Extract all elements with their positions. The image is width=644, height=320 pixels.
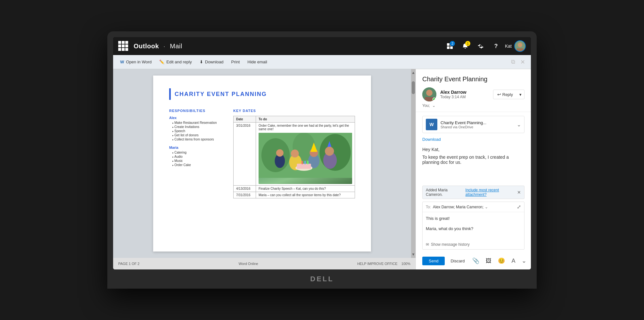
reply-dropdown-btn[interactable]: ▾ xyxy=(517,90,524,99)
format-text-btn[interactable]: A xyxy=(509,256,517,266)
doc-scroll-area[interactable]: CHARITY EVENT PLANNING RESPONSIBILTIES xyxy=(113,69,411,258)
reply-footer: Send Discard 📎 🖼 😊 A ⌄ xyxy=(416,253,531,269)
open-in-word-btn[interactable]: W Open in Word xyxy=(117,58,155,66)
email-header: Charity Event Planning xyxy=(416,69,531,112)
attach-file-btn[interactable]: 📎 xyxy=(470,256,481,266)
main-area: W Open in Word ✏️ Edit and reply ⬇ Downl… xyxy=(113,55,531,269)
doc-responsibilities: RESPONSIBILTIES Alex Make Restaurant Res… xyxy=(169,109,224,198)
doc-footer: PAGE 1 OF 2 Word Online HELP IMPROVE OFF… xyxy=(113,258,416,269)
notification-close-btn[interactable]: ✕ xyxy=(517,190,521,195)
recipients-row: You; ⌄ xyxy=(422,103,524,108)
doc-key-dates: KEY DATES Date To do xyxy=(233,109,355,198)
notification-link[interactable]: Include most recent attachment? xyxy=(466,188,516,197)
doc-accent-bar xyxy=(169,88,171,100)
history-icon: ✉ xyxy=(426,242,429,247)
download-link[interactable]: Download xyxy=(416,137,531,146)
apps-badge: 2 xyxy=(450,41,455,46)
insert-image-btn[interactable]: 🖼 xyxy=(484,256,493,266)
key-dates-label: KEY DATES xyxy=(233,109,355,113)
sender-avatar xyxy=(422,87,436,101)
attachment-card[interactable]: W Charity Event Planning... Shared via O… xyxy=(422,116,524,133)
doc-scrollbar[interactable]: ▲ ▼ xyxy=(411,69,416,258)
table-row: 3/31/2016 Order Cake, remember the one w… xyxy=(234,123,355,186)
laptop-bottom: DELL xyxy=(113,269,531,289)
svg-rect-0 xyxy=(447,43,450,46)
settings-btn[interactable] xyxy=(474,40,487,52)
dell-logo: DELL xyxy=(310,275,334,283)
email-panel: Charity Event Planning xyxy=(416,69,531,269)
expand-compose-icon[interactable]: ⤢ xyxy=(517,204,521,210)
reply-compose: To: Alex Darrow; Maria Cameron; ⌄ ⤢ This… xyxy=(422,202,524,250)
svg-point-14 xyxy=(291,149,299,157)
send-btn[interactable]: Send xyxy=(422,257,445,265)
user-name: Kat xyxy=(505,44,512,49)
svg-rect-23 xyxy=(301,161,303,164)
doc-toolbar: W Open in Word ✏️ Edit and reply ⬇ Downl… xyxy=(113,55,531,69)
reply-btn-group: ↩ Reply ▾ xyxy=(493,90,524,99)
send-time: Today 3:14 AM xyxy=(440,95,489,99)
reply-arrow-icon: ↩ xyxy=(497,92,501,97)
svg-point-12 xyxy=(276,149,284,156)
word-online-label: Word Online xyxy=(239,262,258,266)
sender-name: Alex Darrow xyxy=(440,90,489,95)
doc-header: CHARITY EVENT PLANNING xyxy=(169,88,355,100)
restore-btn[interactable]: ⧉ xyxy=(509,58,517,66)
responsibilities-label: RESPONSIBILTIES xyxy=(169,109,224,113)
edit-and-reply-btn[interactable]: ✏️ Edit and reply xyxy=(156,58,195,66)
notification-bar: Added Maria Cameron. Include most recent… xyxy=(422,186,524,199)
scroll-thumb[interactable] xyxy=(412,81,415,94)
bell-badge: 1 xyxy=(465,41,470,46)
word-attachment-icon: W xyxy=(426,119,437,130)
edit-icon: ✏️ xyxy=(159,60,164,64)
more-options-btn[interactable]: ⌄ xyxy=(520,256,528,266)
compose-line1: This is great! xyxy=(426,215,521,222)
attachment-info: Charity Event Planning... Shared via One… xyxy=(437,120,517,129)
to-expand-icon[interactable]: ⌄ xyxy=(485,205,488,209)
help-btn[interactable]: ? xyxy=(490,40,502,52)
insert-emoji-btn[interactable]: 😊 xyxy=(496,256,507,266)
svg-rect-22 xyxy=(297,164,311,169)
hide-email-btn[interactable]: Hide email xyxy=(244,58,270,66)
apps-notification-btn[interactable]: 2 xyxy=(443,40,456,52)
content-split: CHARITY EVENT PLANNING RESPONSIBILTIES xyxy=(113,69,531,269)
discard-btn[interactable]: Discard xyxy=(447,257,468,265)
app-title: Outlook · Mail xyxy=(134,43,182,50)
online-dot xyxy=(433,98,436,101)
download-icon: ⬇ xyxy=(200,60,203,64)
doc-viewer: CHARITY EVENT PLANNING RESPONSIBILTIES xyxy=(113,69,416,269)
svg-rect-2 xyxy=(447,46,450,49)
topbar: Outlook · Mail 2 xyxy=(113,37,531,55)
person-alex: Alex Make Restaurant Reservation Create … xyxy=(169,116,224,141)
user-profile[interactable]: Kat xyxy=(505,40,526,52)
chevron-down-icon: ▾ xyxy=(519,92,522,97)
doc-page: CHARITY EVENT PLANNING RESPONSIBILTIES xyxy=(153,76,371,252)
reply-to-row: To: Alex Darrow; Maria Cameron; ⌄ ⤢ xyxy=(423,202,524,212)
attachment-name: Charity Event Planning... xyxy=(441,120,514,125)
compose-line3: Maria, what do you think? xyxy=(426,226,521,232)
attachment-subtitle: Shared via OneDrive xyxy=(441,125,514,129)
close-btn[interactable]: ✕ xyxy=(518,58,527,66)
sender-info: Alex Darrow Today 3:14 AM xyxy=(440,90,489,99)
svg-rect-3 xyxy=(450,46,453,49)
bell-btn[interactable]: 1 xyxy=(459,40,472,52)
svg-rect-24 xyxy=(304,161,306,164)
table-row: 7/31/2016 Maria – can you collect all th… xyxy=(234,192,355,198)
svg-point-20 xyxy=(325,147,334,156)
screen: Outlook · Mail 2 xyxy=(113,37,531,269)
print-btn[interactable]: Print xyxy=(228,58,243,66)
download-toolbar-btn[interactable]: ⬇ Download xyxy=(196,58,227,66)
waffle-icon[interactable] xyxy=(118,41,128,51)
to-label: To: xyxy=(426,205,431,209)
reply-text-area[interactable]: This is great! Maria, what do you think? xyxy=(423,212,524,241)
reply-btn[interactable]: ↩ Reply xyxy=(493,90,517,99)
laptop-shell: Outlook · Mail 2 xyxy=(107,31,537,289)
to-recipients: Alex Darrow; Maria Cameron; xyxy=(433,205,483,209)
show-history-btn[interactable]: ✉ Show message history xyxy=(423,241,524,249)
recipients-expand-icon[interactable]: ⌄ xyxy=(432,103,435,108)
svg-point-27 xyxy=(426,90,433,96)
help-improve: HELP IMPROVE OFFICE 100% xyxy=(357,262,410,266)
word-icon: W xyxy=(120,60,124,64)
person-maria: Maria Catering Audio Music Order Cake xyxy=(169,146,224,167)
svg-rect-6 xyxy=(516,48,523,51)
party-photo xyxy=(259,133,352,184)
